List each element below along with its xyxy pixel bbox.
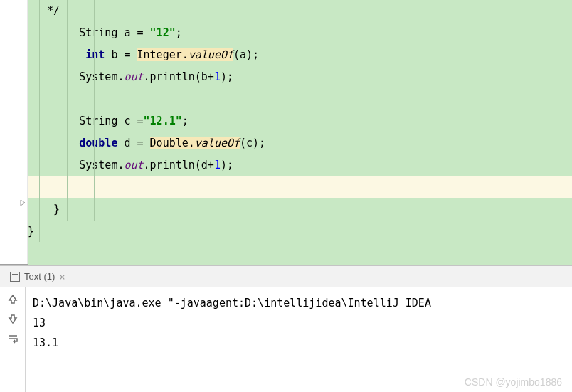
arrow-down-icon[interactable] bbox=[7, 313, 18, 324]
indent-guide bbox=[39, 0, 40, 242]
code-token: valueOf bbox=[189, 48, 233, 61]
console-line: 13 bbox=[33, 313, 438, 333]
console-output[interactable]: D:\Java\bin\java.exe "-javaagent:D:\inte… bbox=[26, 287, 445, 392]
code-token: .println(d+ bbox=[144, 159, 214, 171]
indent-guide bbox=[67, 0, 68, 221]
code-line[interactable] bbox=[28, 176, 572, 198]
code-editor[interactable]: */ String a = "12"; int b = Integer.valu… bbox=[0, 0, 572, 264]
code-line[interactable] bbox=[28, 88, 572, 110]
code-token: int bbox=[85, 48, 105, 61]
code-token bbox=[28, 92, 34, 105]
console-line: 13.1 bbox=[33, 333, 438, 353]
code-token: System. bbox=[28, 159, 124, 171]
console-toolbar bbox=[0, 287, 26, 392]
console-tab-bar: Text (1) × bbox=[0, 266, 572, 287]
code-token: */ bbox=[28, 4, 60, 17]
code-token: double bbox=[79, 137, 117, 149]
close-icon[interactable]: × bbox=[59, 271, 65, 282]
code-token bbox=[28, 48, 85, 61]
code-area[interactable]: */ String a = "12"; int b = Integer.valu… bbox=[28, 0, 572, 265]
code-token: ); bbox=[221, 70, 233, 83]
console-tab-label[interactable]: Text (1) bbox=[24, 271, 55, 282]
code-token: ); bbox=[246, 48, 259, 61]
code-line[interactable]: } bbox=[28, 221, 572, 243]
editor-gutter bbox=[0, 0, 28, 264]
code-line[interactable]: int b = Integer.valueOf(a); bbox=[28, 44, 572, 66]
code-line[interactable] bbox=[28, 243, 572, 265]
code-line[interactable]: String a = "12"; bbox=[28, 22, 572, 44]
code-token: String c = bbox=[28, 115, 144, 127]
code-line[interactable]: System.out.println(b+1); bbox=[28, 66, 572, 88]
code-token: (c); bbox=[240, 137, 265, 149]
code-token: a bbox=[240, 48, 246, 61]
code-token: System. bbox=[28, 70, 124, 83]
code-token: out bbox=[124, 159, 143, 171]
code-line[interactable]: double d = Double.valueOf(c); bbox=[28, 132, 572, 154]
code-token: out bbox=[124, 70, 143, 83]
watermark: CSDN @yojimbo1886 bbox=[465, 376, 562, 388]
code-token bbox=[28, 137, 79, 149]
code-token: ; bbox=[176, 26, 182, 39]
code-token: ( bbox=[233, 48, 240, 61]
code-token: ); bbox=[221, 159, 233, 171]
code-token bbox=[28, 181, 34, 194]
arrow-up-icon[interactable] bbox=[7, 293, 18, 304]
code-token: Double. bbox=[150, 137, 195, 149]
code-token: b = bbox=[105, 48, 137, 61]
fold-end-icon bbox=[20, 199, 27, 206]
code-token: } bbox=[28, 203, 60, 216]
code-token: "12.1" bbox=[144, 115, 182, 127]
code-token: 1 bbox=[214, 70, 221, 83]
code-line[interactable]: String c ="12.1"; bbox=[28, 110, 572, 132]
code-token: 1 bbox=[214, 159, 221, 171]
code-token: .println(b+ bbox=[144, 70, 214, 83]
code-line[interactable]: */ bbox=[28, 0, 572, 22]
code-token bbox=[28, 247, 34, 260]
code-token: ; bbox=[182, 115, 189, 127]
code-token: d = bbox=[117, 137, 149, 149]
code-line[interactable]: } bbox=[28, 198, 572, 221]
soft-wrap-icon[interactable] bbox=[7, 333, 18, 344]
code-token: "12" bbox=[150, 26, 176, 39]
code-token: Integer. bbox=[137, 48, 189, 61]
code-token: } bbox=[28, 225, 34, 238]
indent-guide bbox=[94, 0, 95, 221]
code-token: String a = bbox=[28, 26, 150, 39]
console-line: D:\Java\bin\java.exe "-javaagent:D:\inte… bbox=[33, 293, 438, 313]
text-file-icon bbox=[10, 272, 20, 282]
code-line[interactable]: System.out.println(d+1); bbox=[28, 154, 572, 176]
code-token: valueOf bbox=[195, 137, 240, 149]
